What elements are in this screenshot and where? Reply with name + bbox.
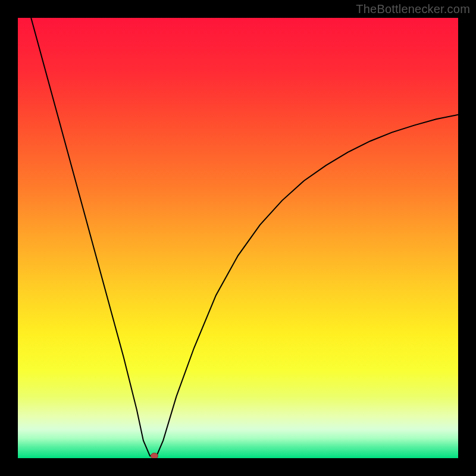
plot-area bbox=[18, 18, 458, 458]
gradient-background bbox=[18, 18, 458, 458]
chart-frame: TheBottlenecker.com bbox=[0, 0, 476, 476]
marker-dot bbox=[151, 453, 158, 458]
bottleneck-chart bbox=[18, 18, 458, 458]
watermark-text: TheBottlenecker.com bbox=[356, 2, 470, 16]
